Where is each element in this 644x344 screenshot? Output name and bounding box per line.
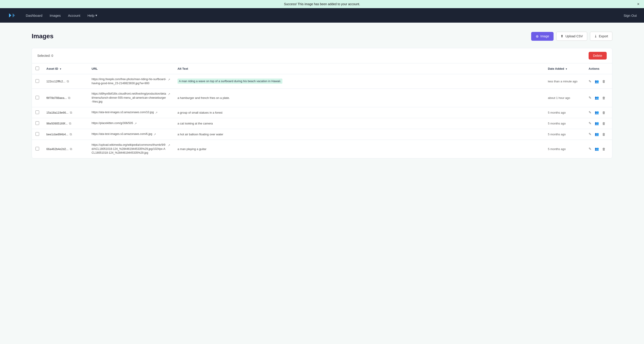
- date-added-cell: 5 months ago: [544, 129, 585, 140]
- nav-account[interactable]: Account: [68, 14, 80, 18]
- delete-row-icon[interactable]: 🗑: [602, 111, 606, 115]
- row-checkbox-cell: [32, 74, 43, 89]
- actions-cell: ✎ 👥 🗑: [585, 74, 612, 89]
- table-row: 96e50905169f...⧉https://placekitten.com/…: [32, 118, 612, 129]
- copy-icon[interactable]: ⧉: [68, 96, 70, 100]
- svg-marker-1: [13, 13, 15, 18]
- col-actions: Actions: [585, 63, 612, 74]
- table-row: 122cc12fffc2...⧉https://img.freepik.com/…: [32, 74, 612, 89]
- external-link-icon[interactable]: ↗: [134, 122, 137, 126]
- delete-button[interactable]: Delete: [588, 52, 607, 60]
- alt-text-value: a hot air balloon floating over water: [178, 133, 223, 136]
- alt-text-cell: A man riding a wave on top of a surfboar…: [174, 74, 544, 89]
- delete-row-icon[interactable]: 🗑: [602, 80, 606, 83]
- url-cell: https://ata-test-images.s3.amazonaws.com…: [88, 107, 174, 118]
- delete-row-icon[interactable]: 🗑: [602, 132, 606, 136]
- assign-users-icon[interactable]: 👥: [595, 96, 599, 100]
- date-added-cell: about 1 hour ago: [544, 89, 585, 107]
- col-asset-id[interactable]: Asset ID ▾: [43, 63, 88, 74]
- external-link-icon[interactable]: ↗: [168, 78, 170, 82]
- date-added-sort-icon: ▾: [566, 68, 567, 70]
- assign-users-icon[interactable]: 👥: [595, 147, 599, 151]
- copy-icon[interactable]: ⧉: [70, 147, 72, 151]
- asset-id-cell: 15a18a119e66...⧉: [43, 107, 88, 118]
- delete-row-icon[interactable]: 🗑: [602, 96, 606, 100]
- copy-icon[interactable]: ⧉: [67, 80, 69, 83]
- external-link-icon[interactable]: ↗: [168, 143, 170, 147]
- alt-text-value: a cat looking at the camera: [178, 122, 213, 125]
- row-checkbox-2[interactable]: [36, 110, 39, 114]
- actions-cell: ✎ 👥 🗑: [585, 89, 612, 107]
- assign-users-icon[interactable]: 👥: [595, 80, 599, 84]
- alt-text-value: a group of small statues in a forest: [178, 111, 222, 114]
- page-header: Images ⊕ Image ⬆ Upload CSV ⤓ Export: [32, 32, 612, 41]
- url-text: https://ata-test-images.s3.amazonaws.com…: [92, 132, 152, 136]
- actions-cell: ✎ 👥 🗑: [585, 129, 612, 140]
- row-checkbox-0[interactable]: [36, 79, 39, 83]
- alt-text-cell: a hamburger and french fries on a plate.: [174, 89, 544, 107]
- actions-cell: ✎ 👥 🗑: [585, 107, 612, 118]
- nav-images[interactable]: Images: [50, 14, 60, 18]
- alt-text-value: a man playing a guitar: [178, 147, 206, 151]
- alt-text-cell: a hot air balloon floating over water: [174, 129, 544, 140]
- row-checkbox-cell: [32, 118, 43, 129]
- copy-icon[interactable]: ⧉: [69, 122, 71, 125]
- delete-row-icon[interactable]: 🗑: [602, 147, 606, 151]
- asset-id-value: 96e50905169f...: [46, 122, 68, 125]
- nav-help[interactable]: Help ▾: [88, 13, 97, 18]
- asset-id-value: bee1cbe894b4...: [46, 133, 68, 136]
- url-text: https://placekitten.com/g/306/505: [92, 121, 133, 125]
- assign-users-icon[interactable]: 👥: [595, 132, 599, 136]
- table-row: 66a462b4e2d2...⧉https://upload.wikimedia…: [32, 140, 612, 158]
- table-header-row: Asset ID ▾ URL Alt Text Date Added ▾ Act: [32, 63, 612, 74]
- edit-icon[interactable]: ✎: [588, 132, 592, 136]
- alt-text-value: A man riding a wave on top of a surfboar…: [178, 79, 282, 84]
- asset-id-value: f8f78d788aea...: [46, 96, 67, 100]
- date-added-cell: 5 months ago: [544, 140, 585, 158]
- delete-row-icon[interactable]: 🗑: [602, 122, 606, 125]
- upload-csv-button[interactable]: ⬆ Upload CSV: [556, 32, 587, 41]
- navbar: Dashboard Images Account Help ▾ Sign Out: [0, 8, 644, 23]
- external-link-icon[interactable]: ↗: [168, 92, 170, 96]
- page-title: Images: [32, 33, 54, 40]
- row-checkbox-5[interactable]: [36, 147, 39, 151]
- sign-out-button[interactable]: Sign Out: [624, 14, 637, 18]
- col-url: URL: [88, 63, 174, 74]
- row-checkbox-3[interactable]: [36, 121, 39, 125]
- nav-dashboard[interactable]: Dashboard: [26, 14, 42, 18]
- edit-icon[interactable]: ✎: [588, 96, 592, 100]
- add-image-button[interactable]: ⊕ Image: [531, 32, 554, 41]
- date-value: less than a minute ago: [548, 80, 578, 83]
- date-added-cell: 5 months ago: [544, 118, 585, 129]
- banner-close-button[interactable]: ×: [637, 2, 640, 6]
- alt-text-cell: a group of small statues in a forest: [174, 107, 544, 118]
- asset-id-value: 66a462b4e2d2...: [46, 147, 68, 151]
- url-cell: https://placekitten.com/g/306/505↗: [88, 118, 174, 129]
- assign-users-icon[interactable]: 👥: [595, 110, 599, 115]
- help-chevron-down-icon: ▾: [96, 13, 97, 18]
- assign-users-icon[interactable]: 👥: [595, 121, 599, 125]
- asset-id-cell: 122cc12fffc2...⧉: [43, 74, 88, 89]
- row-checkbox-4[interactable]: [36, 132, 39, 136]
- date-added-cell: less than a minute ago: [544, 74, 585, 89]
- copy-icon[interactable]: ⧉: [70, 132, 72, 136]
- logo: [7, 11, 17, 20]
- asset-id-value: 122cc12fffc2...: [46, 80, 65, 83]
- row-checkbox-1[interactable]: [36, 96, 39, 99]
- col-date-added[interactable]: Date Added ▾: [544, 63, 585, 74]
- date-added-cell: 5 months ago: [544, 107, 585, 118]
- nav-links: Dashboard Images Account Help ▾: [26, 13, 624, 18]
- copy-icon[interactable]: ⧉: [70, 111, 72, 115]
- export-button[interactable]: ⤓ Export: [590, 32, 612, 41]
- edit-icon[interactable]: ✎: [588, 147, 592, 151]
- edit-icon[interactable]: ✎: [588, 110, 592, 115]
- select-all-checkbox[interactable]: [36, 67, 39, 70]
- table-row: bee1cbe894b4...⧉https://ata-test-images.…: [32, 129, 612, 140]
- edit-icon[interactable]: ✎: [588, 121, 592, 125]
- col-alt-text: Alt Text: [174, 63, 544, 74]
- external-link-icon[interactable]: ↗: [155, 111, 158, 115]
- external-link-icon[interactable]: ↗: [154, 132, 156, 136]
- asset-id-cell: 66a462b4e2d2...⧉: [43, 140, 88, 158]
- edit-icon[interactable]: ✎: [588, 80, 592, 84]
- asset-id-cell: 96e50905169f...⧉: [43, 118, 88, 129]
